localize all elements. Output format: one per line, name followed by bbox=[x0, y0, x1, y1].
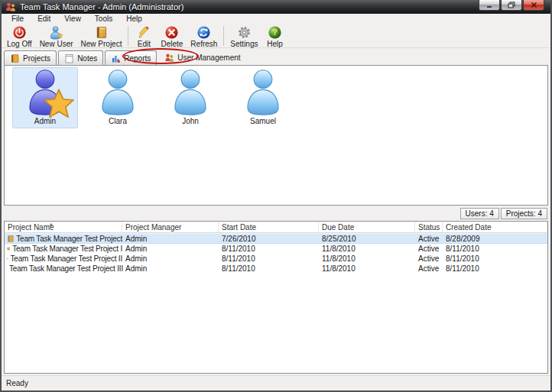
admin-star-icon bbox=[44, 89, 74, 118]
col-start-date[interactable]: Start Date bbox=[219, 222, 319, 232]
window-title: Team Task Manager - Admin (Administrator… bbox=[20, 2, 183, 11]
user-item-john[interactable]: John bbox=[157, 67, 223, 128]
created-date-cell: 8/11/2010 bbox=[443, 254, 547, 263]
close-button[interactable] bbox=[523, 0, 544, 11]
new-user-button[interactable]: New User bbox=[36, 24, 77, 48]
note-tab-icon bbox=[64, 53, 74, 63]
status-cell: Active bbox=[415, 245, 443, 253]
tab-projects[interactable]: Projects bbox=[4, 50, 57, 65]
due-date-cell: 8/25/2010 bbox=[319, 235, 415, 243]
svg-text:?: ? bbox=[272, 28, 278, 37]
user-item-samuel[interactable]: Samuel bbox=[230, 67, 296, 128]
window-controls bbox=[479, 0, 544, 11]
delete-button[interactable]: Delete bbox=[157, 24, 187, 48]
people-icon bbox=[5, 2, 16, 12]
start-date-cell: 8/11/2010 bbox=[219, 245, 319, 253]
status-cell: Active bbox=[415, 254, 443, 263]
title-bar: Team Task Manager - Admin (Administrator… bbox=[2, 0, 550, 14]
edit-button[interactable]: Edit bbox=[131, 24, 157, 48]
user-name: Admin bbox=[34, 117, 56, 125]
start-date-cell: 7/26/2010 bbox=[219, 235, 319, 243]
due-date-cell: 11/8/2010 bbox=[319, 254, 415, 263]
menu-view[interactable]: View bbox=[57, 14, 88, 24]
project-folder-icon bbox=[7, 245, 10, 253]
pencil-icon bbox=[137, 25, 151, 40]
menu-tools[interactable]: Tools bbox=[88, 14, 119, 24]
table-header: Project Name Project Manager Start Date … bbox=[5, 222, 547, 233]
menu-help[interactable]: Help bbox=[119, 14, 149, 24]
new-project-button[interactable]: New Project bbox=[77, 24, 126, 48]
projects-table: Project Name Project Manager Start Date … bbox=[4, 221, 548, 374]
restore-icon bbox=[508, 2, 515, 8]
close-icon bbox=[531, 2, 537, 8]
power-icon bbox=[12, 25, 27, 40]
tab-notes[interactable]: Notes bbox=[58, 50, 103, 65]
user-name: Clara bbox=[109, 117, 127, 125]
toolbar-label: Settings bbox=[230, 40, 258, 48]
folder-tab-icon bbox=[10, 53, 20, 63]
toolbar-separator bbox=[128, 26, 128, 46]
tab-label: Reports bbox=[124, 54, 151, 63]
tab-label: User Management bbox=[177, 53, 240, 62]
new-project-folder-icon bbox=[94, 25, 109, 40]
toolbar-label: Help bbox=[267, 40, 283, 48]
user-icon bbox=[242, 69, 284, 116]
table-row[interactable]: Team Task Manager Test Project III Admin… bbox=[5, 264, 547, 274]
help-button[interactable]: ? Help bbox=[262, 24, 288, 48]
start-date-cell: 8/11/2010 bbox=[219, 254, 319, 263]
created-date-cell: 8/11/2010 bbox=[443, 245, 547, 253]
manager-cell: Admin bbox=[122, 254, 219, 263]
toolbar-label: Log Off bbox=[7, 40, 32, 48]
project-folder-icon bbox=[7, 254, 8, 263]
table-row[interactable]: Team Task Manager Test Project Admin 7/2… bbox=[5, 233, 547, 244]
users-tab-icon bbox=[164, 53, 174, 63]
table-row[interactable]: Team Task Manager Test Project I Admin 8… bbox=[5, 244, 547, 254]
toolbar-label: Delete bbox=[161, 40, 183, 48]
col-project-manager[interactable]: Project Manager bbox=[122, 222, 219, 232]
users-count-badge: Users: 4 bbox=[460, 208, 499, 219]
project-folder-icon bbox=[7, 235, 14, 243]
chart-tab-icon bbox=[111, 53, 121, 63]
col-created-date[interactable]: Created Date bbox=[443, 222, 547, 232]
toolbar-label: Edit bbox=[138, 40, 151, 48]
user-name: Samuel bbox=[250, 117, 276, 125]
col-status[interactable]: Status bbox=[415, 222, 443, 232]
users-panel: Admin Clara bbox=[4, 65, 548, 206]
toolbar-label: New User bbox=[40, 40, 73, 48]
col-due-date[interactable]: Due Date bbox=[319, 222, 415, 232]
status-cell: Active bbox=[415, 235, 443, 243]
user-item-clara[interactable]: Clara bbox=[85, 67, 151, 128]
help-icon: ? bbox=[268, 25, 282, 40]
menu-file[interactable]: File bbox=[5, 14, 31, 24]
refresh-button[interactable]: Refresh bbox=[187, 24, 221, 48]
col-project-name[interactable]: Project Name bbox=[5, 222, 122, 232]
tab-strip: Projects Notes Reports bbox=[2, 48, 550, 65]
tab-user-management[interactable]: User Management bbox=[158, 49, 246, 65]
sort-ascending-icon bbox=[49, 223, 54, 226]
status-bar: Ready bbox=[2, 375, 550, 390]
log-off-button[interactable]: Log Off bbox=[3, 24, 36, 48]
toolbar-label: Refresh bbox=[190, 40, 217, 48]
restore-button[interactable] bbox=[501, 0, 522, 11]
toolbar-separator bbox=[223, 26, 224, 46]
user-add-icon bbox=[49, 25, 63, 40]
table-row[interactable]: Team Task Manager Test Project II Admin … bbox=[5, 254, 547, 264]
settings-button[interactable]: Settings bbox=[226, 24, 261, 48]
delete-icon bbox=[164, 25, 179, 40]
counter-strip: Users: 4 Projects: 4 bbox=[2, 206, 550, 221]
menu-bar: File Edit View Tools Help bbox=[2, 14, 550, 24]
tab-label: Notes bbox=[77, 54, 97, 63]
gear-icon bbox=[237, 25, 252, 40]
minimize-icon bbox=[485, 2, 493, 8]
menu-edit[interactable]: Edit bbox=[31, 14, 57, 24]
status-cell: Active bbox=[415, 264, 443, 273]
app-window: Team Task Manager - Admin (Administrator… bbox=[0, 0, 552, 392]
start-date-cell: 8/11/2010 bbox=[219, 264, 319, 273]
tab-reports[interactable]: Reports bbox=[105, 50, 157, 65]
user-item-admin[interactable]: Admin bbox=[12, 67, 78, 128]
toolbar-label: New Project bbox=[81, 40, 122, 48]
due-date-cell: 11/8/2010 bbox=[319, 264, 415, 273]
table-empty-area bbox=[5, 274, 547, 373]
minimize-button[interactable] bbox=[479, 0, 500, 11]
tab-label: Projects bbox=[23, 54, 50, 63]
